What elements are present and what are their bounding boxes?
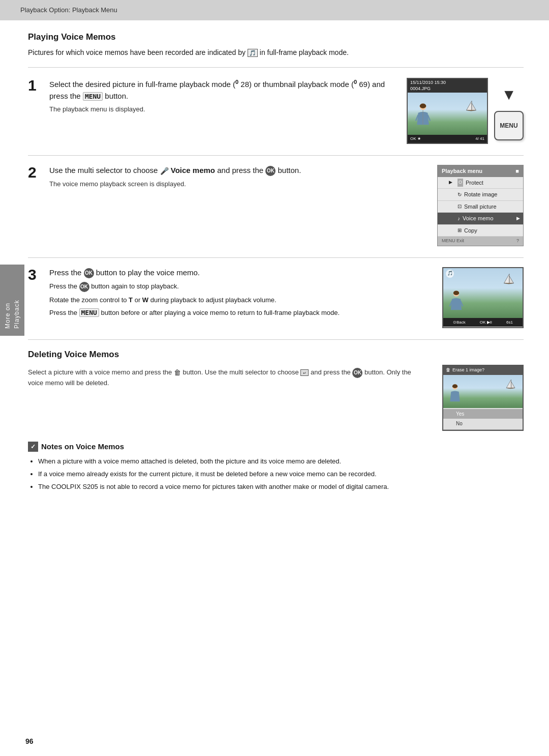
step-1-text: Select the desired picture in full-frame… bbox=[49, 78, 396, 102]
step-3-number: 3 bbox=[28, 266, 49, 283]
delete-footer-icon-label: ↵ bbox=[481, 430, 485, 431]
photo-del-icon: ↵ bbox=[300, 369, 309, 376]
delete-scene bbox=[443, 375, 523, 408]
step-2-row: 2 Use the multi selector to choose 🎤 Voi… bbox=[28, 164, 524, 246]
delete-screen-area: 🗑 Erase 1 image? bbox=[442, 365, 524, 431]
menu-button-graphic: MENU bbox=[494, 111, 524, 140]
section-title-playing: Playing Voice Memos bbox=[28, 31, 524, 44]
delete-options: Yes No bbox=[443, 408, 523, 429]
page: Playback Option: Playback Menu More on P… bbox=[0, 0, 549, 756]
pb-item-label-voice: Voice memo bbox=[463, 214, 494, 223]
playback-menu-image: Playback menu ■ ▶ O Protect ↻ bbox=[437, 165, 524, 246]
step3-person bbox=[447, 290, 465, 315]
step-3-note-3: Press the MENU button before or after pl… bbox=[49, 308, 432, 318]
divider-1 bbox=[28, 67, 524, 68]
deleting-text: Select a picture with a voice memo and p… bbox=[28, 367, 427, 388]
step-1-row: 1 Select the desired picture in full-fra… bbox=[28, 77, 524, 144]
delete-screen: 🗑 Erase 1 image? bbox=[442, 365, 524, 431]
page-number: 96 bbox=[25, 736, 34, 747]
menu-label-3: MENU bbox=[79, 308, 99, 317]
ref-1: 0 bbox=[235, 79, 238, 85]
step3-footer: ⊙Back OK ▶II 6s1 bbox=[443, 318, 523, 327]
pb-item-label-protect: Protect bbox=[466, 179, 483, 187]
step-2-content: Use the multi selector to choose 🎤 Voice… bbox=[49, 164, 524, 246]
ok-btn-3b: OK bbox=[79, 282, 89, 292]
notes-title-label: Notes on Voice Memos bbox=[41, 441, 124, 453]
arrow-menu-col: ▼ MENU bbox=[494, 78, 524, 140]
deleting-inner: Select a picture with a voice memo and p… bbox=[28, 365, 524, 431]
step-3-content: Press the OK button to play the voice me… bbox=[49, 266, 524, 328]
ok-btn-3: OK bbox=[84, 268, 94, 278]
divider-2 bbox=[28, 155, 524, 156]
step-1-images: 15/11/2010 15:30 0004.JPG 🎵 bbox=[407, 78, 524, 144]
step3-ok: OK ▶II bbox=[480, 319, 492, 326]
step-3-inner: Press the OK button to play the voice me… bbox=[49, 267, 524, 328]
side-tab-label: More on Playback bbox=[3, 272, 21, 329]
svg-point-1 bbox=[420, 104, 426, 108]
arrow-down: ▼ bbox=[501, 83, 516, 106]
pb-menu-title-label: Playback menu bbox=[442, 167, 482, 176]
top-bar-label: Playback Option: Playback Menu bbox=[20, 6, 117, 14]
pb-menu-item-protect: ▶ O Protect bbox=[438, 177, 523, 189]
notes-title: ✓ Notes on Voice Memos bbox=[28, 441, 524, 453]
zoom-w: W bbox=[142, 296, 148, 304]
voice-indicator-icon: 🎵 bbox=[248, 49, 258, 57]
step-2-text: Use the multi selector to choose 🎤 Voice… bbox=[49, 165, 427, 177]
divider-3 bbox=[28, 257, 524, 258]
screen-ok: OK ★ bbox=[410, 136, 421, 142]
step-3-note-2: Rotate the zoom control to T or W during… bbox=[49, 295, 432, 305]
step3-scene: 🎵 bbox=[443, 268, 523, 318]
deleting-text-area: Select a picture with a voice memo and p… bbox=[28, 365, 427, 388]
pb-item-label-rotate: Rotate image bbox=[464, 190, 497, 199]
rotate-sub-icon: ↻ bbox=[458, 191, 462, 198]
delete-no: No bbox=[443, 419, 523, 428]
scene-boat bbox=[464, 100, 479, 114]
intro-paragraph: Pictures for which voice memos have been… bbox=[28, 47, 524, 58]
divider-4 bbox=[28, 339, 524, 340]
zoom-t: T bbox=[129, 296, 133, 304]
copy-sub-icon: ⊞ bbox=[458, 226, 462, 234]
ok-btn-2: OK bbox=[265, 166, 276, 176]
svg-marker-5 bbox=[472, 103, 476, 110]
step-3-text-area: Press the OK button to play the voice me… bbox=[49, 267, 432, 318]
step3-counter: 6s1 bbox=[506, 319, 513, 326]
main-content: Playing Voice Memos Pictures for which v… bbox=[0, 20, 549, 512]
screen-body: 🎵 bbox=[408, 93, 487, 135]
delete-footer: ↵ bbox=[443, 429, 523, 431]
pb-menu-footer: MENU Exit ? bbox=[438, 237, 523, 246]
svg-marker-14 bbox=[506, 380, 511, 388]
svg-marker-11 bbox=[509, 276, 513, 283]
protect-icon: ▶ bbox=[449, 179, 455, 186]
pb-menu-item-copy: ⊞ Copy bbox=[438, 225, 523, 237]
pb-menu-close: ■ bbox=[515, 167, 519, 176]
step-1-inner: Select the desired picture in full-frame… bbox=[49, 78, 524, 144]
deleting-title: Deleting Voice Memos bbox=[28, 348, 524, 361]
pb-item-label-copy: Copy bbox=[464, 226, 477, 235]
menu-label-1: MENU bbox=[83, 92, 103, 101]
step3-boat bbox=[502, 273, 516, 287]
step-3-screen: 🎵 bbox=[442, 267, 524, 328]
screen-datetime: 15/11/2010 15:30 bbox=[410, 80, 484, 86]
notes-icon: ✓ bbox=[28, 442, 38, 452]
step3-voice-indicator: 🎵 bbox=[446, 270, 454, 278]
note-item-1: When a picture with a voice memo attache… bbox=[38, 457, 524, 466]
note-item-2: If a voice memo already exists for the c… bbox=[38, 470, 524, 479]
step3-back: ⊙Back bbox=[453, 319, 466, 326]
small-sub-icon: ⊡ bbox=[458, 202, 462, 210]
playback-menu-box: Playback menu ■ ▶ O Protect ↻ bbox=[437, 165, 524, 246]
step-2-inner: Use the multi selector to choose 🎤 Voice… bbox=[49, 165, 524, 246]
step-3-note-1: Press the OK button again to stop playba… bbox=[49, 281, 432, 292]
step-2-note: The voice memo playback screen is displa… bbox=[49, 179, 427, 189]
pb-menu-item-rotate: ↻ Rotate image bbox=[438, 189, 523, 201]
step-1-text-area: Select the desired picture in full-frame… bbox=[49, 78, 396, 114]
step-1-note: The playback menu is displayed. bbox=[49, 104, 396, 114]
ref-2: 0 bbox=[354, 79, 357, 85]
screen-top-bar: 15/11/2010 15:30 0004.JPG bbox=[408, 79, 487, 93]
svg-point-13 bbox=[452, 384, 458, 388]
erase-label: Erase 1 image? bbox=[452, 367, 484, 374]
step-2-text-area: Use the multi selector to choose 🎤 Voice… bbox=[49, 165, 427, 189]
trash-icon: 🗑 bbox=[174, 368, 181, 376]
step-3-screen-area: 🎵 bbox=[442, 267, 524, 328]
pb-menu-title: Playback menu ■ bbox=[438, 165, 523, 177]
voice-selector-icon: 🎤 bbox=[160, 166, 169, 177]
